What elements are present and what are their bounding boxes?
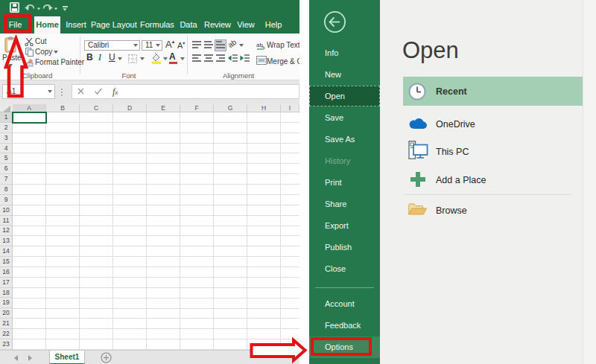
svg-text:ab: ab <box>256 42 263 48</box>
